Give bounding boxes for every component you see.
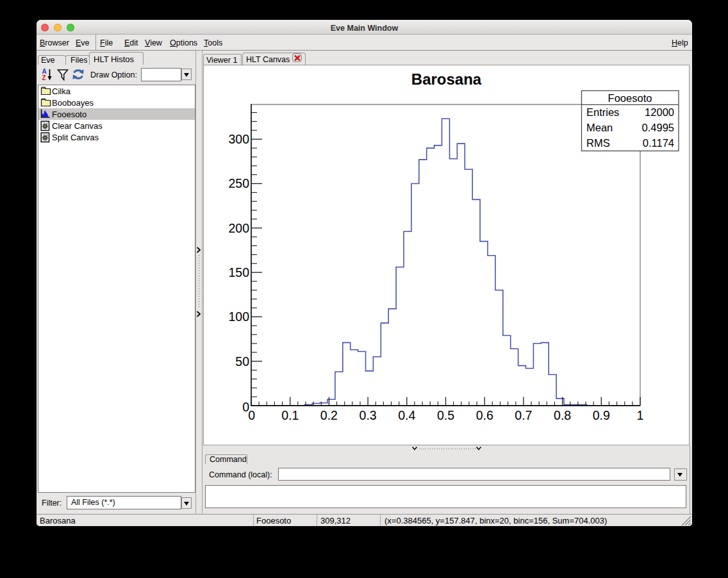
- svg-text:0.2: 0.2: [320, 408, 338, 422]
- svg-text:0.3: 0.3: [360, 408, 377, 422]
- svg-text:Mean: Mean: [586, 122, 613, 133]
- svg-text:0.6: 0.6: [476, 408, 493, 422]
- svg-text:0.4: 0.4: [398, 408, 415, 422]
- svg-text:0.5: 0.5: [437, 408, 454, 422]
- svg-text:100: 100: [228, 310, 249, 324]
- svg-text:200: 200: [228, 221, 249, 235]
- svg-text:0: 0: [242, 400, 249, 414]
- svg-text:Entries: Entries: [586, 106, 619, 118]
- svg-text:Barosana: Barosana: [411, 70, 482, 88]
- svg-text:150: 150: [228, 265, 249, 279]
- svg-text:0.8: 0.8: [554, 408, 571, 422]
- svg-text:Z: Z: [42, 74, 46, 81]
- svg-text:1: 1: [637, 408, 644, 422]
- svg-text:12000: 12000: [645, 106, 674, 118]
- svg-text:250: 250: [228, 176, 249, 190]
- svg-text:0.7: 0.7: [515, 408, 532, 422]
- svg-text:Fooesoto: Fooesoto: [608, 92, 652, 104]
- svg-text:0.1174: 0.1174: [643, 137, 674, 149]
- svg-text:300: 300: [228, 132, 249, 146]
- svg-text:0.1: 0.1: [281, 408, 299, 422]
- svg-text:0.9: 0.9: [593, 408, 610, 422]
- svg-text:RMS: RMS: [586, 137, 610, 149]
- svg-text:50: 50: [235, 354, 249, 368]
- svg-text:0.4995: 0.4995: [642, 122, 674, 133]
